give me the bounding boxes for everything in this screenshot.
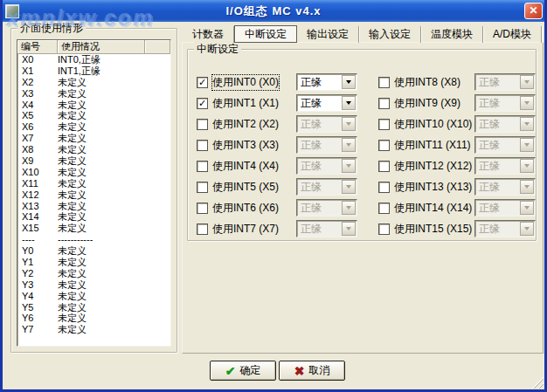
io-list-row[interactable]: X1INT1,正缘	[17, 65, 170, 77]
io-usage-list[interactable]: 编号 使用情况 X0INT0,正缘X1INT1,正缘X2未定义X3未定义X4未定…	[17, 39, 171, 347]
io-id-cell: X1	[17, 65, 58, 77]
tab-input-settings[interactable]: 输入设定	[359, 26, 421, 43]
int-enable-checkbox[interactable]: ✓	[197, 77, 208, 88]
int-enable-label[interactable]: 使用INT3 (X3)	[212, 138, 279, 153]
close-button[interactable]: ✕	[524, 3, 543, 19]
int-enable-label[interactable]: 使用INT1 (X1)	[212, 96, 279, 111]
title-bar[interactable]: I/O组态 MC v4.x ✕	[0, 0, 547, 22]
io-list-row[interactable]: Y2未定义	[17, 268, 170, 279]
int-enable-label[interactable]: 使用INT14 (X14)	[394, 201, 472, 216]
cancel-button[interactable]: ✖ 取消	[279, 361, 345, 381]
interrupt-item: 使用INT12 (X12)正缘	[378, 155, 536, 176]
tab-temperature-module[interactable]: 温度模块	[421, 26, 483, 43]
io-list-row[interactable]: X8未定义	[17, 144, 170, 155]
tab-ad-module[interactable]: A/D模块	[483, 26, 542, 43]
combo-dropdown-button	[520, 138, 534, 152]
int-enable-label[interactable]: 使用INT7 (X7)	[212, 222, 279, 237]
io-list-row[interactable]: X9未定义	[17, 155, 170, 167]
column-header-status[interactable]: 使用情况	[58, 40, 145, 54]
io-list-row[interactable]: Y7未定义	[17, 324, 170, 335]
tab-counter[interactable]: 计数器	[183, 26, 234, 43]
int-enable-label[interactable]: 使用INT2 (X2)	[212, 117, 279, 132]
io-status-cell: 未定义	[58, 77, 170, 88]
int-enable-checkbox[interactable]	[197, 203, 208, 214]
io-list-row[interactable]: X7未定义	[17, 133, 170, 144]
int-enable-checkbox[interactable]	[378, 77, 390, 88]
io-list-row[interactable]: Y4未定义	[17, 291, 170, 302]
int-enable-label[interactable]: 使用INT15 (X15)	[394, 222, 472, 237]
combo-dropdown-button	[342, 201, 356, 215]
io-list-row[interactable]: Y1未定义	[17, 257, 170, 268]
int-enable-label[interactable]: 使用INT5 (X5)	[212, 180, 279, 195]
int-enable-label[interactable]: 使用INT11 (X11)	[394, 138, 471, 153]
int-enable-label[interactable]: 使用INT8 (X8)	[394, 75, 460, 90]
int-enable-label[interactable]: 使用INT9 (X9)	[394, 96, 460, 111]
io-list-row[interactable]: ---------------	[17, 234, 170, 245]
int-enable-checkbox[interactable]	[378, 98, 390, 109]
io-id-cell: X13	[17, 201, 58, 212]
io-list-row[interactable]: Y5未定义	[17, 302, 170, 313]
io-list-row[interactable]: Y3未定义	[17, 279, 170, 291]
edge-select-combo[interactable]: 正缘	[296, 73, 357, 91]
io-list-row[interactable]: X13未定义	[17, 201, 170, 212]
int-enable-checkbox[interactable]	[197, 224, 208, 235]
chevron-down-icon	[524, 143, 530, 147]
column-header-spare[interactable]	[145, 40, 170, 54]
int-enable-label[interactable]: 使用INT6 (X6)	[212, 201, 279, 216]
io-list-row[interactable]: X2未定义	[17, 77, 170, 88]
io-list-row[interactable]: X6未定义	[17, 121, 170, 133]
ok-button[interactable]: ✔ 确定	[210, 361, 276, 381]
chevron-down-icon	[524, 80, 530, 84]
int-enable-checkbox[interactable]	[378, 140, 390, 151]
combo-dropdown-button	[520, 222, 534, 236]
int-enable-checkbox[interactable]	[378, 119, 390, 130]
chevron-down-icon	[524, 122, 530, 126]
int-enable-checkbox[interactable]	[378, 182, 390, 193]
int-enable-checkbox[interactable]	[197, 161, 208, 172]
int-enable-label[interactable]: 使用INT10 (X10)	[394, 117, 472, 132]
tab-output-settings[interactable]: 输出设定	[297, 26, 359, 43]
int-enable-label[interactable]: 使用INT4 (X4)	[212, 159, 279, 174]
interrupt-item: 使用INT14 (X14)正缘	[378, 197, 536, 218]
tab-interrupt-settings[interactable]: 中断设定	[234, 25, 297, 43]
int-enable-label[interactable]: 使用INT12 (X12)	[394, 159, 472, 174]
io-status-cell: INT1,正缘	[58, 65, 170, 77]
io-list-row[interactable]: X10未定义	[17, 167, 170, 178]
chevron-down-icon	[346, 206, 351, 210]
edge-select-combo[interactable]: 正缘	[296, 94, 357, 112]
edge-select-value: 正缘	[475, 221, 519, 237]
edge-select-value: 正缘	[297, 116, 341, 132]
combo-dropdown-button[interactable]	[342, 96, 356, 110]
io-list-row[interactable]: X3未定义	[17, 88, 170, 100]
int-enable-checkbox[interactable]	[378, 161, 390, 172]
io-list-row[interactable]: X12未定义	[17, 189, 170, 201]
int-enable-checkbox[interactable]	[378, 224, 390, 235]
edge-select-value: 正缘	[475, 95, 519, 111]
int-enable-checkbox[interactable]	[197, 140, 208, 151]
combo-dropdown-button[interactable]	[342, 75, 356, 89]
io-list-row[interactable]: Y6未定义	[17, 313, 170, 324]
int-enable-label[interactable]: 使用INT0 (X0)	[212, 75, 279, 90]
io-list-row[interactable]: Y0未定义	[17, 245, 170, 257]
resize-grip-icon[interactable]	[532, 377, 544, 389]
interrupt-item: 使用INT15 (X15)正缘	[378, 218, 536, 239]
int-enable-checkbox[interactable]	[197, 182, 208, 193]
edge-select-combo: 正缘	[296, 157, 357, 175]
int-enable-checkbox[interactable]: ✓	[197, 98, 208, 109]
io-list-row[interactable]: X11未定义	[17, 178, 170, 189]
int-enable-checkbox[interactable]	[378, 203, 390, 214]
io-status-cell: 未定义	[58, 324, 170, 335]
io-status-cell: 未定义	[58, 223, 170, 234]
interrupt-item: 使用INT6 (X6)正缘	[197, 197, 357, 218]
int-enable-checkbox[interactable]	[197, 119, 208, 130]
io-id-cell: X11	[17, 178, 58, 189]
chevron-down-icon	[346, 80, 351, 84]
io-list-row[interactable]: X15未定义	[17, 223, 170, 234]
io-list-row[interactable]: X0INT0,正缘	[17, 54, 170, 65]
list-body: X0INT0,正缘X1INT1,正缘X2未定义X3未定义X4未定义X5未定义X6…	[17, 54, 170, 346]
io-list-row[interactable]: X4未定义	[17, 100, 170, 111]
io-list-row[interactable]: X5未定义	[17, 110, 170, 121]
io-list-row[interactable]: X14未定义	[17, 211, 170, 223]
column-header-id[interactable]: 编号	[17, 40, 58, 54]
int-enable-label[interactable]: 使用INT13 (X13)	[394, 180, 472, 195]
